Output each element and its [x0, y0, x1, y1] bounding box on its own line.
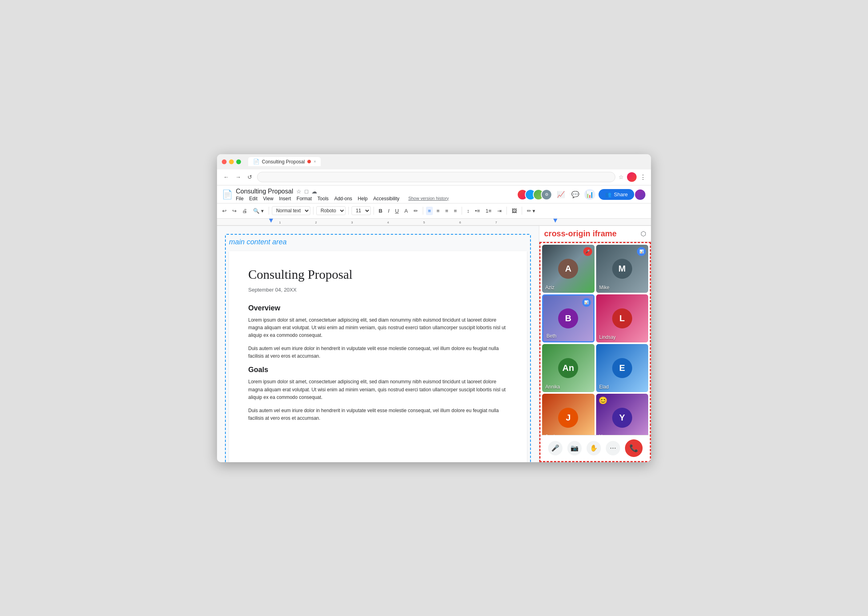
docs-menu-file[interactable]: File — [236, 196, 243, 201]
annika-name: Annika — [545, 384, 560, 390]
nav-refresh-button[interactable]: ↺ — [246, 172, 254, 182]
image-button[interactable]: 🖼 — [510, 207, 519, 215]
doc-area[interactable]: main content area Consulting Proposal Se… — [217, 226, 539, 462]
iframe-label-text: cross-origin iframe — [544, 229, 617, 238]
docs-menu-accessibility[interactable]: Accessibility — [373, 196, 399, 201]
bold-button[interactable]: B — [377, 207, 384, 215]
nav-back-button[interactable]: ← — [222, 172, 231, 182]
bullet-list-button[interactable]: •≡ — [473, 207, 482, 215]
jordan-initial: J — [558, 408, 578, 428]
video-tile-elad: E Elad — [596, 344, 649, 392]
elad-name: Elad — [599, 384, 609, 390]
nav-forward-button[interactable]: → — [234, 172, 243, 182]
docs-menu-view[interactable]: View — [263, 196, 273, 201]
traffic-light-green[interactable] — [236, 159, 241, 164]
iframe-label-bar: cross-origin iframe ⬡ — [539, 226, 651, 242]
zoom-button[interactable]: 🔍 ▾ — [251, 207, 266, 215]
text-color-button[interactable]: A — [402, 207, 410, 215]
docs-folder-icon[interactable]: □ — [305, 188, 308, 195]
annika-initial: An — [558, 358, 578, 378]
nav-bar: ← → ↺ ☆ ⋮ — [217, 169, 651, 185]
underline-button[interactable]: U — [393, 207, 401, 215]
elad-initial: E — [612, 358, 632, 378]
tab-close-button[interactable]: × — [313, 159, 316, 164]
beth-initial: B — [558, 308, 578, 328]
doc-page[interactable]: Consulting Proposal September 04, 20XX O… — [229, 251, 527, 462]
docs-menu-tools[interactable]: Tools — [317, 196, 329, 201]
title-bar: 📄 Consulting Proposal 🔴 × — [217, 154, 651, 169]
print-button[interactable]: 🖨 — [240, 207, 249, 215]
svg-text:3: 3 — [351, 221, 353, 224]
iframe-open-icon[interactable]: ⬡ — [641, 230, 646, 238]
docs-menu-format[interactable]: Format — [297, 196, 312, 201]
font-size-select[interactable]: 11 — [352, 206, 371, 215]
tab-recording-dot: 🔴 — [307, 160, 311, 163]
toolbar-divider-1 — [269, 207, 269, 215]
camera-button[interactable]: 📷 — [567, 441, 582, 455]
user-profile-avatar[interactable] — [634, 189, 646, 201]
video-tile-mike: M Mike 📊 — [596, 245, 649, 293]
pen-button[interactable]: ✏ ▾ — [525, 207, 538, 215]
docs-cloud-icon[interactable]: ☁ — [311, 188, 317, 195]
toolbar-divider-2 — [313, 207, 313, 215]
toolbar-divider-6 — [462, 207, 462, 215]
mic-button[interactable]: 🎤 — [548, 441, 563, 455]
traffic-light-yellow[interactable] — [229, 159, 234, 164]
beth-name: Beth — [547, 333, 557, 339]
nav-menu-icon[interactable]: ⋮ — [640, 173, 646, 181]
highlight-button[interactable]: ✏ — [412, 207, 420, 215]
you-name: You — [599, 434, 607, 435]
mike-initial: M — [612, 259, 632, 279]
nav-url-input[interactable] — [257, 172, 615, 182]
redo-button[interactable]: ↪ — [230, 207, 239, 215]
traffic-light-red[interactable] — [222, 159, 227, 164]
doc-goals-para-2: Duis autem vel eum iriure dolor in hendr… — [248, 407, 508, 422]
paragraph-style-select[interactable]: Normal text — [272, 206, 310, 215]
comment-icon-button[interactable]: 💬 — [570, 189, 581, 200]
ruler: 1 2 3 4 5 6 7 — [217, 219, 651, 226]
lindsay-initial: L — [612, 308, 632, 328]
undo-button[interactable]: ↩ — [220, 207, 229, 215]
voice-icon-button[interactable]: 📊 — [584, 189, 595, 200]
docs-menu-help[interactable]: Help — [358, 196, 368, 201]
docs-document-title[interactable]: Consulting Proposal — [236, 188, 293, 195]
docs-menu-addons[interactable]: Add-ons — [334, 196, 352, 201]
main-content-dashed-box: main content area Consulting Proposal Se… — [225, 234, 531, 462]
align-justify-button[interactable]: ≡ — [452, 207, 459, 215]
end-call-button[interactable]: 📞 — [625, 439, 643, 457]
hand-raise-button[interactable]: ✋ — [587, 441, 601, 455]
align-right-button[interactable]: ≡ — [443, 207, 450, 215]
toolbar-divider-5 — [423, 207, 423, 215]
docs-header-right: ⚙ 📈 💬 📊 👥 Share — [517, 189, 646, 201]
nav-profile-avatar[interactable] — [627, 172, 637, 182]
aziz-mic-icon: 🎤 — [583, 247, 592, 256]
tab-doc-icon: 📄 — [253, 159, 259, 165]
svg-text:2: 2 — [315, 221, 317, 224]
trending-icon-button[interactable]: 📈 — [555, 189, 567, 200]
align-left-button[interactable]: ≡ — [426, 207, 433, 215]
video-tile-lindsay: L Lindsay — [596, 294, 649, 342]
main-content: main content area Consulting Proposal Se… — [217, 226, 651, 462]
numbered-list-button[interactable]: 1≡ — [484, 207, 494, 215]
more-options-button[interactable]: ⋯ — [606, 441, 620, 455]
beth-speaking-icon: 📊 — [582, 298, 591, 307]
doc-heading-goals: Goals — [248, 366, 508, 374]
collaborator-avatar-settings: ⚙ — [541, 189, 552, 200]
docs-menu-edit[interactable]: Edit — [249, 196, 257, 201]
line-spacing-button[interactable]: ↕ — [465, 207, 472, 215]
docs-logo-icon: 📄 — [222, 189, 233, 200]
align-center-button[interactable]: ≡ — [434, 207, 442, 215]
docs-version-history-link[interactable]: Show version history — [408, 196, 449, 201]
doc-title[interactable]: Consulting Proposal — [248, 267, 508, 282]
italic-button[interactable]: I — [386, 207, 392, 215]
docs-star-icon[interactable]: ☆ — [296, 188, 301, 195]
bookmark-icon[interactable]: ☆ — [619, 174, 624, 180]
indent-button[interactable]: ⇥ — [495, 207, 504, 215]
docs-title-area: 📄 Consulting Proposal ☆ □ ☁ File Edit Vi… — [222, 188, 449, 201]
browser-tab[interactable]: 📄 Consulting Proposal 🔴 × — [248, 157, 321, 166]
docs-menu-insert[interactable]: Insert — [279, 196, 291, 201]
browser-window: 📄 Consulting Proposal 🔴 × ← → ↺ ☆ ⋮ 📄 Co… — [217, 154, 651, 462]
doc-heading-overview: Overview — [248, 304, 508, 312]
share-button[interactable]: 👥 Share — [599, 189, 634, 200]
font-select[interactable]: Roboto — [316, 206, 346, 215]
